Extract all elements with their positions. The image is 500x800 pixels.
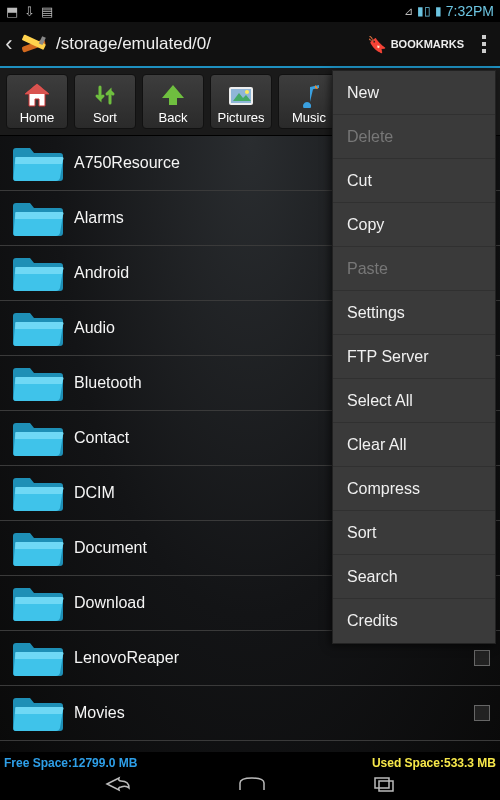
battery-icon: ▮ <box>435 4 442 18</box>
overflow-menu-button[interactable] <box>474 29 494 59</box>
nav-back-button[interactable] <box>105 776 131 796</box>
select-checkbox[interactable] <box>474 705 490 721</box>
app-icon[interactable] <box>18 29 48 59</box>
menu-item-cut[interactable]: Cut <box>333 159 495 203</box>
folder-icon <box>10 253 66 293</box>
menu-item-clear-all[interactable]: Clear All <box>333 423 495 467</box>
folder-icon <box>10 363 66 403</box>
home-button[interactable]: Home <box>6 74 68 129</box>
svg-marker-5 <box>162 85 184 105</box>
menu-item-search[interactable]: Search <box>333 555 495 599</box>
current-path[interactable]: /storage/emulated/0/ <box>56 34 211 54</box>
folder-name: Document <box>74 539 147 557</box>
sort-button[interactable]: Sort <box>74 74 136 129</box>
folder-icon <box>10 693 66 733</box>
status-right-icons: ⊿ ▮▯ ▮ 7:32PM <box>404 3 494 19</box>
back-arrow-icon <box>160 80 186 110</box>
overflow-menu: NewDeleteCutCopyPasteSettingsFTP ServerS… <box>332 70 496 644</box>
folder-name: LenovoReaper <box>74 649 179 667</box>
toolbar-label: Sort <box>93 110 117 125</box>
folder-icon <box>10 308 66 348</box>
folder-icon <box>10 528 66 568</box>
toolbar-label: Music <box>292 110 326 125</box>
android-status-bar: ⬒ ⇩ ▤ ⊿ ▮▯ ▮ 7:32PM <box>0 0 500 22</box>
menu-item-paste: Paste <box>333 247 495 291</box>
menu-item-delete: Delete <box>333 115 495 159</box>
menu-item-ftp-server[interactable]: FTP Server <box>333 335 495 379</box>
free-space-label: Free Space:12799.0 MB <box>4 756 137 770</box>
svg-marker-4 <box>25 84 49 94</box>
toolbar-label: Pictures <box>218 110 265 125</box>
action-bar: ‹ /storage/emulated/0/ 🔖 BOOKMARKS <box>0 22 500 68</box>
app-update-icon: ⇩ <box>24 4 35 19</box>
pictures-button[interactable]: Pictures <box>210 74 272 129</box>
folder-icon <box>10 473 66 513</box>
menu-item-compress[interactable]: Compress <box>333 467 495 511</box>
folder-name: Download <box>74 594 145 612</box>
folder-name: Android <box>74 264 129 282</box>
music-button[interactable]: Music <box>278 74 340 129</box>
usb-debug-icon: ⬒ <box>6 4 18 19</box>
sort-icon <box>92 80 118 110</box>
signal-icon: ▮▯ <box>417 4 431 18</box>
back-button[interactable]: Back <box>142 74 204 129</box>
folder-icon <box>10 638 66 678</box>
folder-row[interactable]: Movies <box>0 686 500 741</box>
clock: 7:32PM <box>446 3 494 19</box>
folder-icon <box>10 418 66 458</box>
up-navigation-button[interactable]: ‹ <box>0 21 18 67</box>
folder-name: Bluetooth <box>74 374 142 392</box>
svg-point-9 <box>245 90 249 94</box>
nav-home-button[interactable] <box>236 776 268 796</box>
menu-item-settings[interactable]: Settings <box>333 291 495 335</box>
home-icon <box>23 80 51 110</box>
folder-icon <box>10 143 66 183</box>
toolbar-label: Back <box>159 110 188 125</box>
folder-name: Contact <box>74 429 129 447</box>
svg-rect-11 <box>375 778 389 788</box>
select-checkbox[interactable] <box>474 650 490 666</box>
menu-item-select-all[interactable]: Select All <box>333 379 495 423</box>
toolbar-label: Home <box>20 110 55 125</box>
folder-name: Alarms <box>74 209 124 227</box>
menu-item-new[interactable]: New <box>333 71 495 115</box>
bookmark-icon: 🔖 <box>367 35 387 54</box>
nav-recents-button[interactable] <box>373 776 395 796</box>
menu-item-sort[interactable]: Sort <box>333 511 495 555</box>
menu-item-copy[interactable]: Copy <box>333 203 495 247</box>
android-nav-bar <box>0 772 500 800</box>
folder-name: Movies <box>74 704 125 722</box>
folder-name: Audio <box>74 319 115 337</box>
svg-rect-12 <box>379 781 393 791</box>
storage-footer: Free Space:12799.0 MB Used Space:533.3 M… <box>0 754 500 772</box>
bookmarks-button[interactable]: 🔖 BOOKMARKS <box>357 29 474 60</box>
wifi-icon: ⊿ <box>404 5 413 18</box>
status-left-icons: ⬒ ⇩ ▤ <box>6 4 53 19</box>
sdcard-icon: ▤ <box>41 4 53 19</box>
folder-icon <box>10 583 66 623</box>
pictures-icon <box>227 80 255 110</box>
bookmarks-label: BOOKMARKS <box>391 38 464 50</box>
folder-name: DCIM <box>74 484 115 502</box>
folder-icon <box>10 198 66 238</box>
folder-name: A750Resource <box>74 154 180 172</box>
music-icon <box>297 80 321 110</box>
menu-item-credits[interactable]: Credits <box>333 599 495 643</box>
used-space-label: Used Space:533.3 MB <box>372 756 496 770</box>
